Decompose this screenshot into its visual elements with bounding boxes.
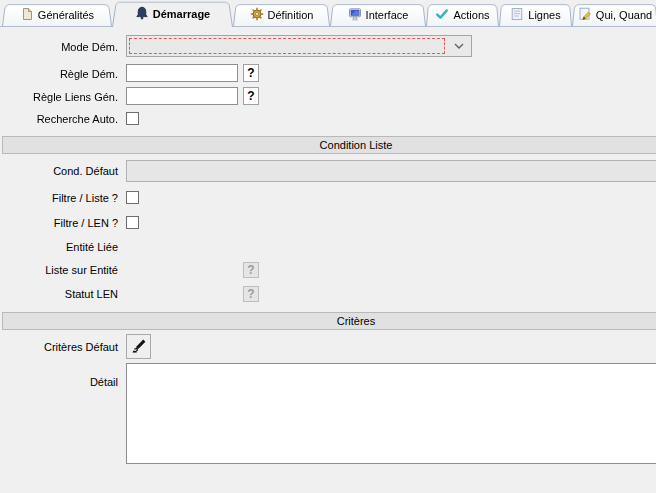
tab-label: Actions <box>453 9 489 21</box>
regle-liens-gen-help-button[interactable]: ? <box>243 87 259 105</box>
liste-sur-entite-label: Liste sur Entité <box>0 263 118 277</box>
recherche-auto-label: Recherche Auto. <box>0 112 118 126</box>
tab-label: Démarrage <box>153 8 210 20</box>
mode-dem-label: Mode Dém. <box>0 40 118 54</box>
tab-demarrage[interactable]: Démarrage <box>112 0 233 27</box>
regle-liens-gen-label: Règle Liens Gén. <box>0 90 118 104</box>
detail-textarea[interactable] <box>126 363 656 464</box>
filtre-liste-label: Filtre / Liste ? <box>0 191 118 205</box>
detail-label: Détail <box>0 375 118 389</box>
tab-interface[interactable]: Interface <box>330 3 426 26</box>
cond-defaut-label: Cond. Défaut <box>0 164 118 178</box>
tab-generalites[interactable]: Généralités <box>2 3 112 26</box>
tab-label: Généralités <box>38 9 94 21</box>
required-field-marker <box>129 38 445 54</box>
monitor-icon <box>348 7 362 23</box>
tab-actions[interactable]: Actions <box>426 3 499 26</box>
pencil-doc-icon <box>578 7 592 23</box>
gear-icon <box>250 7 264 23</box>
section-header-criteres: Critères <box>2 312 656 330</box>
section-title: Condition Liste <box>320 139 393 151</box>
page-icon <box>20 7 34 23</box>
demarrage-settings-panel: Généralités Démarrage Définition Interfa… <box>0 0 656 493</box>
statut-len-help-button: ? <box>243 286 259 302</box>
signature-pen-icon <box>131 338 147 356</box>
filtre-liste-checkbox[interactable] <box>126 191 139 204</box>
chevron-down-icon[interactable] <box>449 38 469 54</box>
cond-defaut-input <box>126 160 656 182</box>
tab-definition[interactable]: Définition <box>233 3 330 26</box>
mode-dem-select[interactable] <box>126 35 472 57</box>
regle-liens-gen-input[interactable] <box>126 87 238 105</box>
tab-lignes[interactable]: Lignes <box>499 3 572 26</box>
liste-sur-entite-help-button: ? <box>243 262 259 278</box>
tab-label: Interface <box>366 9 409 21</box>
regle-dem-help-button[interactable]: ? <box>243 64 259 82</box>
lines-doc-icon <box>510 7 524 23</box>
bell-icon <box>135 6 149 22</box>
recherche-auto-checkbox[interactable] <box>126 112 139 125</box>
tab-qui-quand[interactable]: Qui, Quand <box>572 3 656 26</box>
criteres-defaut-label: Critères Défaut <box>0 340 118 354</box>
section-header-condition-liste: Condition Liste <box>2 136 656 154</box>
regle-dem-label: Règle Dém. <box>0 67 118 81</box>
filtre-len-label: Filtre / LEN ? <box>0 216 118 230</box>
section-title: Critères <box>337 315 376 327</box>
checkmark-icon <box>435 7 449 23</box>
filtre-len-checkbox[interactable] <box>126 216 139 229</box>
tab-label: Qui, Quand <box>596 9 652 21</box>
tab-label: Définition <box>268 9 314 21</box>
statut-len-label: Statut LEN <box>0 287 118 301</box>
regle-dem-input[interactable] <box>126 64 238 82</box>
tab-label: Lignes <box>528 9 560 21</box>
tabbar-bottom-border <box>0 26 656 27</box>
entite-liee-label: Entité Liée <box>0 240 118 254</box>
criteres-defaut-edit-button[interactable] <box>126 334 151 359</box>
